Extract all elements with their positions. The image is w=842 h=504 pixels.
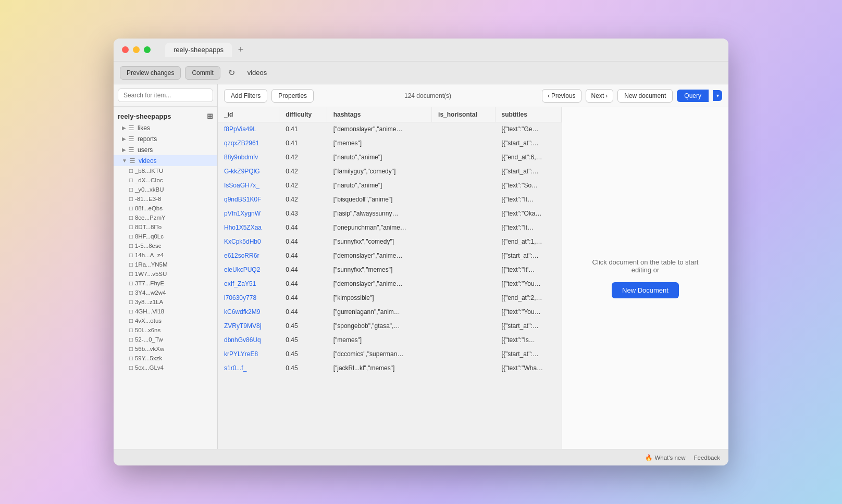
cell-is-horisontal <box>432 333 496 347</box>
refresh-button[interactable]: ↻ <box>225 66 239 80</box>
cell-hashtags: ["naruto","anime"] <box>327 179 431 193</box>
table-body: f8PpVia49L0.41["demonslayer","anime…[{"t… <box>218 122 562 375</box>
cell--id: eieUkcPUQ2 <box>218 263 279 277</box>
table-row[interactable]: G-kkZ9PQlG0.42["familyguy","comedy"][{"s… <box>218 165 562 179</box>
query-dropdown-button[interactable]: ▾ <box>713 90 722 101</box>
cell-hashtags: ["demonslayer","anime… <box>327 249 431 263</box>
doc-item[interactable]: □ 3Y4...w2w4 <box>114 288 217 297</box>
add-filters-button[interactable]: Add Filters <box>224 89 267 103</box>
documents-table-container: _id difficulty hashtags is_horisontal su… <box>218 107 562 449</box>
close-button[interactable] <box>122 46 129 53</box>
cell-difficulty: 0.44 <box>279 291 327 305</box>
table-row[interactable]: krPYLYreE80.45["dccomics","superman…[{"s… <box>218 347 562 361</box>
sidebar-item-videos[interactable]: ▼ ☰ videos <box>114 155 217 166</box>
new-document-button[interactable]: New Document <box>612 282 679 298</box>
add-tab-button[interactable]: + <box>234 43 247 57</box>
table-row[interactable]: pVfn1XygnW0.43["iasip","alwayssunny…[{"t… <box>218 207 562 221</box>
table-row[interactable]: kC6wdfk2M90.44["gurrenlagann","anim…[{"t… <box>218 305 562 319</box>
cell-subtitles: [{"text":"Is… <box>495 333 561 347</box>
sidebar-item-users[interactable]: ▶ ☰ users <box>114 144 217 155</box>
col-header-id: _id <box>218 107 279 122</box>
cell-subtitles: [{"start_at":… <box>495 319 561 333</box>
doc-item[interactable]: □ 1Ra...YN5M <box>114 260 217 269</box>
previous-button[interactable]: ‹ Previous <box>542 89 581 103</box>
table-row[interactable]: qzqxZB29610.41["memes"][{"start_at":… <box>218 136 562 150</box>
new-document-toolbar-button[interactable]: New document <box>617 89 673 103</box>
doc-item[interactable]: □ 88f...eQbs <box>114 204 217 213</box>
doc-item[interactable]: □ 3T7...FhyE <box>114 279 217 288</box>
doc-item[interactable]: □ 50l...x6ns <box>114 325 217 335</box>
table-row[interactable]: s1r0...f_0.45["jackRl...kl","memes"][{"t… <box>218 361 562 375</box>
sidebar-root[interactable]: reely-sheepapps ⊞ <box>114 110 217 122</box>
table-row[interactable]: ZVRyT9MV8j0.45["spongebob","gtasa",…[{"s… <box>218 319 562 333</box>
cell-hashtags: ["bisquedoll","anime"] <box>327 193 431 207</box>
doc-item[interactable]: □ 59Y...5xzk <box>114 354 217 363</box>
sidebar-item-reports[interactable]: ▶ ☰ reports <box>114 133 217 144</box>
doc-item[interactable]: □ _y0...xkBU <box>114 185 217 194</box>
doc-item[interactable]: □ 4GH...Vl18 <box>114 307 217 316</box>
properties-button[interactable]: Properties <box>271 89 314 103</box>
doc-item[interactable]: □ 56b...vkXw <box>114 344 217 354</box>
table-row[interactable]: q9ndBS1K0F0.42["bisquedoll","anime"][{"t… <box>218 193 562 207</box>
add-collection-icon[interactable]: ⊞ <box>207 112 213 120</box>
cell-is-horisontal <box>432 221 496 235</box>
doc-item[interactable]: □ 1-5...8esc <box>114 241 217 250</box>
doc-icon: □ <box>129 186 133 193</box>
table-row[interactable]: Hho1X5ZXaa0.44["onepunchman","anime…[{"t… <box>218 221 562 235</box>
query-button[interactable]: Query <box>677 90 709 102</box>
doc-item[interactable]: □ 8ce...PzmY <box>114 213 217 222</box>
right-panel-prompt: Click document on the table to start edi… <box>588 258 703 274</box>
whats-new-item[interactable]: 🔥 What's new <box>645 454 685 461</box>
table-row[interactable]: dbnhGv86Uq0.45["memes"][{"text":"Is… <box>218 333 562 347</box>
doc-item[interactable]: □ 1W7...v5SU <box>114 269 217 279</box>
cell-is-horisontal <box>432 361 496 375</box>
table-row[interactable]: e612soRR6r0.44["demonslayer","anime…[{"s… <box>218 249 562 263</box>
active-tab[interactable]: reely-sheepapps <box>165 43 232 57</box>
table-row[interactable]: 88y9nbdmfv0.42["naruto","anime"][{"end_a… <box>218 150 562 165</box>
feedback-item[interactable]: Feedback <box>694 455 720 461</box>
maximize-button[interactable] <box>144 46 151 53</box>
cell-is-horisontal <box>432 305 496 319</box>
cell-hashtags: ["memes"] <box>327 136 431 150</box>
sidebar-item-likes[interactable]: ▶ ☰ likes <box>114 122 217 133</box>
doc-item[interactable]: □ 4vX...otus <box>114 316 217 325</box>
minimize-button[interactable] <box>133 46 140 53</box>
cell-is-horisontal <box>432 193 496 207</box>
doc-item[interactable]: □ _dX...CIoc <box>114 175 217 185</box>
cell-is-horisontal <box>432 347 496 361</box>
doc-item[interactable]: □ _b8...lKTU <box>114 166 217 175</box>
toolbar: Preview changes Commit ↻ videos <box>114 61 728 84</box>
cell--id: IsSoaGH7x_ <box>218 179 279 193</box>
table-row[interactable]: KxCpk5dHb00.44["sunnyfxx","comedy"][{"en… <box>218 235 562 249</box>
doc-item[interactable]: □ 8DT...8lTo <box>114 222 217 232</box>
table-row[interactable]: f8PpVia49L0.41["demonslayer","anime…[{"t… <box>218 122 562 136</box>
cell-is-horisontal <box>432 136 496 150</box>
doc-item[interactable]: □ 14h...A_z4 <box>114 250 217 260</box>
search-input[interactable] <box>118 89 213 102</box>
doc-item[interactable]: □ 5cx...GLv4 <box>114 363 217 372</box>
cell-is-horisontal <box>432 122 496 136</box>
cell-hashtags: ["naruto","anime"] <box>327 150 431 165</box>
sidebar-tree: reely-sheepapps ⊞ ▶ ☰ likes ▶ ☰ reports … <box>114 107 217 449</box>
cell-hashtags: ["memes"] <box>327 333 431 347</box>
table-row[interactable]: exIf_ZaY510.44["demonslayer","anime…[{"t… <box>218 277 562 291</box>
doc-icon: □ <box>129 299 133 305</box>
next-button[interactable]: Next › <box>586 89 614 103</box>
doc-item[interactable]: □ 52-...0_Tw <box>114 335 217 344</box>
preview-changes-button[interactable]: Preview changes <box>120 66 181 80</box>
commit-button[interactable]: Commit <box>185 66 220 80</box>
cell--id: Hho1X5ZXaa <box>218 221 279 235</box>
collection-icon: ☰ <box>128 135 134 143</box>
cell-difficulty: 0.44 <box>279 249 327 263</box>
table-row[interactable]: i70630y7780.44["kimpossible"][{"end_at":… <box>218 291 562 305</box>
cell--id: i70630y778 <box>218 291 279 305</box>
cell--id: pVfn1XygnW <box>218 207 279 221</box>
doc-item[interactable]: □ -81...E3-8 <box>114 194 217 204</box>
doc-item[interactable]: □ 8HF...q0Lc <box>114 232 217 241</box>
table-row[interactable]: eieUkcPUQ20.44["sunnyfxx","memes"][{"tex… <box>218 263 562 277</box>
doc-icon: □ <box>129 318 133 324</box>
table-row[interactable]: IsSoaGH7x_0.42["naruto","anime"][{"text"… <box>218 179 562 193</box>
app-window: reely-sheepapps + Preview changes Commit… <box>114 39 728 465</box>
cell-difficulty: 0.45 <box>279 333 327 347</box>
doc-item[interactable]: □ 3y8...z1LA <box>114 297 217 307</box>
